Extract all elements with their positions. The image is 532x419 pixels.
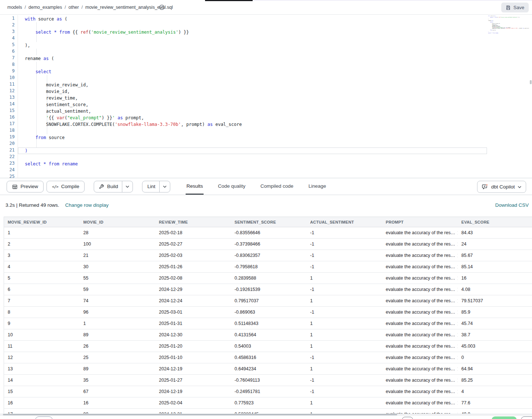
expand-prompt-button[interactable]	[457, 344, 458, 348]
partial-button[interactable]	[35, 416, 53, 419]
code-line[interactable]: actual_sentiment,	[25, 108, 532, 115]
code-line[interactable]	[25, 154, 532, 161]
lint-button[interactable]: Lint	[142, 181, 159, 192]
table-cell: -1	[306, 375, 382, 386]
expand-prompt-button[interactable]	[457, 333, 458, 337]
partial-green-button[interactable]	[492, 416, 517, 419]
code-line[interactable]: ),	[25, 42, 532, 49]
expand-prompt-button[interactable]	[457, 299, 458, 303]
code-editor[interactable]: 1234567891011121314151617181920212223242…	[0, 15, 532, 178]
expand-prompt-button[interactable]	[457, 265, 458, 269]
expand-prompt-button[interactable]	[457, 401, 458, 405]
horizontal-scrollbar-thumb[interactable]	[3, 414, 397, 415]
expand-prompt-button[interactable]	[457, 322, 458, 326]
build-dropdown-toggle[interactable]	[122, 181, 133, 192]
code-line[interactable]	[25, 75, 532, 82]
code-token: "eval_prompt"	[67, 115, 102, 120]
change-row-display-link[interactable]: Change row display	[65, 202, 109, 208]
expand-prompt-button[interactable]	[457, 356, 458, 360]
editor-code-area[interactable]: with source as ( select * from {{ ref('m…	[18, 15, 532, 178]
table-cell: 5	[4, 273, 80, 284]
tab-code-quality[interactable]: Code quality	[217, 179, 246, 195]
code-line[interactable]: review_time,	[25, 95, 532, 101]
code-line[interactable]: rename as (	[25, 55, 532, 62]
code-line[interactable]: with source as (	[25, 16, 532, 22]
code-line[interactable]: '{{ var("eval_prompt") }}' as prompt,	[25, 115, 532, 121]
expand-prompt-button[interactable]	[457, 378, 458, 382]
prompt-cell: evaluate the accuracy of the res…	[382, 284, 458, 295]
expand-cell-icon	[457, 344, 458, 348]
code-token: from	[49, 161, 59, 167]
tab-results[interactable]: Results	[186, 179, 204, 195]
code-line[interactable]: from source	[25, 134, 532, 141]
prompt-cell: evaluate the accuracy of the res…	[382, 375, 458, 386]
editor-minimap[interactable]: with source as ( select * from {{ ref('m…	[488, 16, 529, 35]
expand-prompt-button[interactable]	[457, 310, 458, 314]
code-line[interactable]: movie_id,	[25, 88, 532, 95]
tab-compiled-code[interactable]: Compiled code	[260, 179, 294, 195]
code-line[interactable]: select * from rename	[25, 161, 532, 167]
code-token: '	[112, 115, 115, 120]
docs-compass-icon[interactable]	[159, 4, 165, 11]
table-cell: -1	[306, 386, 382, 397]
code-token: 'snowflake-llama-3.3-70b'	[505, 28, 518, 29]
line-number: 16	[0, 115, 18, 121]
eval-score-cell: 84.43	[458, 227, 532, 239]
preview-button[interactable]: Preview	[7, 181, 44, 192]
tab-lineage[interactable]: Lineage	[308, 179, 327, 195]
lint-dropdown-toggle[interactable]	[159, 181, 170, 192]
expand-prompt-button[interactable]	[457, 242, 458, 246]
code-token: movie_id,	[25, 89, 70, 94]
code-token: as	[44, 56, 49, 61]
prompt-cell: evaluate the accuracy of the res…	[382, 239, 458, 250]
save-button[interactable]: Save	[501, 3, 529, 12]
code-token: source	[46, 135, 65, 140]
code-line[interactable]	[25, 141, 532, 147]
code-line[interactable]	[25, 62, 532, 68]
partial-button[interactable]	[521, 416, 532, 419]
table-cell: 2025-02-04	[155, 397, 231, 409]
dbt-copilot-button[interactable]: dbt Copilot	[477, 181, 526, 193]
code-token: 'movie_review_sentiment_analysis'	[91, 30, 178, 35]
code-line[interactable]: select * from {{ ref('movie_review_senti…	[25, 29, 532, 35]
line-number: 25	[0, 174, 18, 178]
build-button[interactable]: Build	[94, 181, 122, 192]
code-line[interactable]: select	[25, 68, 532, 75]
table-cell: 2024-12-30	[155, 329, 231, 341]
table-cell: -0.7958618	[231, 261, 307, 273]
partial-button[interactable]	[402, 417, 413, 419]
code-line[interactable]	[25, 22, 532, 29]
table-cell: 12	[4, 352, 80, 363]
line-number: 22	[0, 154, 18, 161]
code-line[interactable]	[25, 128, 532, 134]
expand-cell-icon	[457, 378, 458, 382]
code-line[interactable]: sentiment_score,	[25, 101, 532, 108]
expand-prompt-button[interactable]	[457, 367, 458, 371]
eval-score-cell: 45.74	[458, 318, 532, 329]
code-line[interactable]	[25, 167, 532, 174]
code-line[interactable]	[25, 49, 532, 55]
expand-prompt-button[interactable]	[457, 231, 458, 235]
expand-prompt-button[interactable]	[457, 276, 458, 280]
column-header: PROMPT	[382, 217, 458, 227]
table-row: 4302025-01-26-0.7958618-1evaluate the ac…	[4, 261, 532, 273]
download-csv-link[interactable]: Download CSV	[495, 202, 529, 208]
table-cell: 0.50380445	[231, 409, 307, 414]
table-cell: 89	[80, 363, 156, 375]
code-token: movie_review_id,	[25, 82, 88, 87]
eval-score-cell: 4	[458, 386, 532, 397]
code-line[interactable]	[25, 35, 532, 42]
expand-prompt-button[interactable]	[457, 390, 458, 394]
code-line[interactable]	[25, 174, 532, 178]
compile-button[interactable]: </> Compile	[46, 181, 85, 192]
code-line[interactable]: )	[25, 147, 532, 154]
code-line[interactable]: movie_review_id,	[25, 82, 532, 88]
expand-prompt-button[interactable]	[457, 288, 458, 292]
prompt-text: evaluate the accuracy of the res…	[386, 253, 455, 258]
code-token: var	[57, 115, 65, 120]
code-line[interactable]: SNOWFLAKE.CORTEX.COMPLETE('snowflake-lla…	[25, 121, 532, 128]
expand-prompt-button[interactable]	[457, 254, 458, 258]
code-token: SNOWFLAKE.CORTEX.COMPLETE(	[25, 122, 115, 127]
prompt-text: evaluate the accuracy of the res…	[386, 264, 455, 269]
eval-score-cell: 45.003	[458, 341, 532, 352]
